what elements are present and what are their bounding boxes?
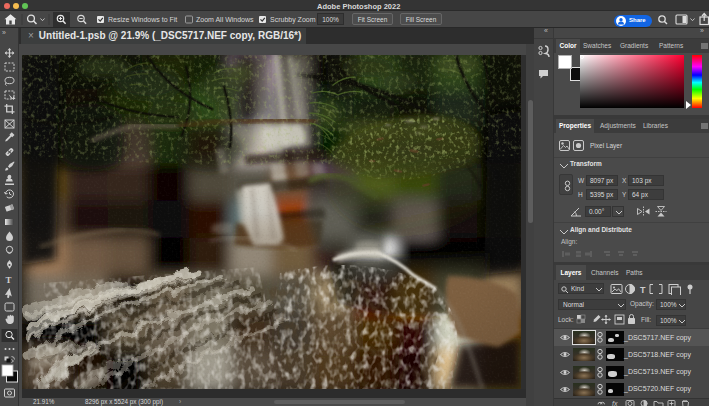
svg-text:fx: fx [612,400,618,406]
svg-text:T: T [6,275,12,285]
svg-text:»: » [2,29,6,36]
svg-text:T: T [640,285,646,295]
